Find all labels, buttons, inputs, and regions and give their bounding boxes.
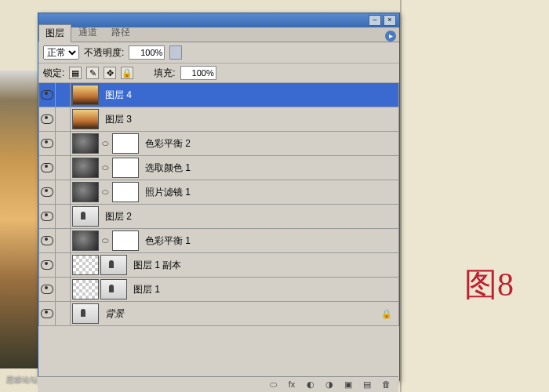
lock-position-icon[interactable]: ✥ bbox=[104, 67, 116, 79]
link-well[interactable] bbox=[56, 180, 71, 204]
visibility-toggle[interactable] bbox=[39, 180, 56, 204]
panel-menu-icon[interactable]: ▸ bbox=[385, 31, 396, 42]
visibility-toggle[interactable] bbox=[39, 302, 56, 325]
visibility-toggle[interactable] bbox=[39, 229, 56, 252]
tab-channels[interactable]: 通道 bbox=[71, 24, 104, 42]
layers-panel: – × 图层 通道 路径 ▸ 正常 不透明度: 锁定: ▦ ✎ ✥ 🔒 填充: … bbox=[38, 13, 400, 381]
opacity-spinner[interactable] bbox=[169, 45, 182, 60]
layer-name[interactable]: 背景 bbox=[100, 307, 124, 321]
layer-thumbnail[interactable] bbox=[72, 279, 99, 299]
layer-name[interactable]: 图层 1 bbox=[129, 283, 160, 296]
layer-thumbnail[interactable] bbox=[72, 133, 99, 154]
layer-thumbnail[interactable] bbox=[72, 85, 99, 105]
link-icon: ⬭ bbox=[100, 163, 111, 172]
eye-icon bbox=[41, 114, 53, 124]
group-icon[interactable]: ▣ bbox=[342, 379, 354, 390]
panel-tabs: 图层 通道 路径 ▸ bbox=[38, 27, 399, 42]
layer-list: 图层 4图层 3⬭色彩平衡 2⬭选取颜色 1⬭照片滤镜 1图层 2⬭色彩平衡 1… bbox=[38, 83, 399, 381]
adjustment-icon[interactable]: ◑ bbox=[323, 379, 336, 390]
layer-row[interactable]: 图层 4 bbox=[38, 83, 399, 107]
minimize-icon[interactable]: – bbox=[369, 15, 381, 26]
visibility-toggle[interactable] bbox=[39, 156, 56, 180]
layer-name[interactable]: 选取颜色 1 bbox=[140, 162, 191, 175]
link-well[interactable] bbox=[56, 132, 71, 155]
link-well[interactable] bbox=[56, 107, 71, 131]
fill-input[interactable] bbox=[180, 66, 216, 80]
layer-thumbnail[interactable] bbox=[100, 279, 127, 299]
eye-icon bbox=[41, 236, 53, 245]
link-icon: ⬭ bbox=[100, 139, 111, 148]
new-layer-icon[interactable]: ▤ bbox=[361, 379, 373, 390]
layer-name[interactable]: 图层 3 bbox=[100, 113, 132, 126]
link-well[interactable] bbox=[56, 205, 71, 228]
figure-label: 图8 bbox=[464, 263, 514, 307]
layer-thumbnail[interactable] bbox=[72, 158, 99, 178]
trash-icon[interactable]: 🗑 bbox=[380, 379, 392, 390]
eye-icon bbox=[41, 309, 53, 318]
layer-row[interactable]: 背景🔒 bbox=[38, 302, 399, 326]
blend-mode-select[interactable]: 正常 bbox=[43, 45, 79, 60]
lock-transparency-icon[interactable]: ▦ bbox=[69, 67, 82, 79]
visibility-toggle[interactable] bbox=[39, 253, 56, 277]
layer-row[interactable]: 图层 1 bbox=[38, 278, 399, 302]
link-well[interactable] bbox=[56, 253, 71, 277]
fx-icon[interactable]: fx bbox=[285, 379, 298, 390]
layer-name[interactable]: 图层 4 bbox=[100, 89, 132, 102]
layer-thumbnail[interactable] bbox=[72, 182, 99, 202]
link-icon: ⬭ bbox=[100, 236, 111, 245]
lock-paint-icon[interactable]: ✎ bbox=[86, 67, 99, 79]
link-icon[interactable]: ⬭ bbox=[267, 379, 279, 390]
link-icon: ⬭ bbox=[100, 187, 111, 197]
link-well[interactable] bbox=[56, 156, 71, 180]
eye-icon bbox=[41, 139, 53, 148]
eye-icon bbox=[41, 212, 53, 221]
tab-paths[interactable]: 路径 bbox=[104, 24, 137, 42]
link-well[interactable] bbox=[56, 83, 71, 107]
eye-icon bbox=[41, 260, 53, 270]
layer-thumbnail[interactable] bbox=[100, 255, 127, 275]
layer-thumbnail[interactable] bbox=[72, 206, 99, 227]
layer-thumbnail[interactable] bbox=[72, 109, 99, 129]
visibility-toggle[interactable] bbox=[39, 83, 56, 107]
tab-layers[interactable]: 图层 bbox=[38, 24, 71, 42]
layer-thumbnail[interactable] bbox=[72, 230, 99, 251]
lock-row: 锁定: ▦ ✎ ✥ 🔒 填充: bbox=[38, 64, 399, 83]
layer-row[interactable]: ⬭照片滤镜 1 bbox=[38, 180, 399, 205]
link-well[interactable] bbox=[56, 302, 71, 325]
layer-row[interactable]: 图层 2 bbox=[38, 205, 399, 229]
eye-icon bbox=[41, 285, 53, 294]
layer-row[interactable]: 图层 3 bbox=[38, 107, 399, 132]
lock-label: 锁定: bbox=[43, 67, 64, 80]
lock-all-icon[interactable]: 🔒 bbox=[121, 67, 133, 79]
layer-name[interactable]: 色彩平衡 2 bbox=[140, 137, 191, 151]
layer-name[interactable]: 图层 2 bbox=[100, 210, 132, 223]
eye-icon bbox=[41, 90, 53, 100]
layer-thumbnail[interactable] bbox=[112, 133, 139, 154]
layer-row[interactable]: ⬭选取颜色 1 bbox=[38, 156, 399, 180]
opacity-label: 不透明度: bbox=[84, 46, 124, 60]
opacity-input[interactable] bbox=[129, 45, 165, 60]
layer-thumbnail[interactable] bbox=[112, 182, 139, 202]
layer-thumbnail[interactable] bbox=[72, 255, 99, 275]
visibility-toggle[interactable] bbox=[39, 107, 56, 131]
layer-thumbnail[interactable] bbox=[112, 158, 139, 178]
lock-icon: 🔒 bbox=[381, 309, 392, 319]
layer-row[interactable]: ⬭色彩平衡 1 bbox=[38, 229, 399, 253]
visibility-toggle[interactable] bbox=[39, 205, 56, 228]
eye-icon bbox=[41, 163, 53, 172]
layer-row[interactable]: ⬭色彩平衡 2 bbox=[38, 132, 399, 156]
layer-name[interactable]: 色彩平衡 1 bbox=[140, 234, 191, 248]
fill-label: 填充: bbox=[154, 67, 175, 80]
link-well[interactable] bbox=[56, 229, 71, 252]
layer-thumbnail[interactable] bbox=[112, 230, 139, 251]
visibility-toggle[interactable] bbox=[39, 278, 56, 301]
mask-icon[interactable]: ◐ bbox=[304, 379, 317, 390]
close-icon[interactable]: × bbox=[384, 15, 396, 26]
layer-name[interactable]: 图层 1 副本 bbox=[129, 259, 181, 272]
blend-options-row: 正常 不透明度: bbox=[38, 42, 399, 64]
layer-row[interactable]: 图层 1 副本 bbox=[38, 253, 399, 278]
layer-thumbnail[interactable] bbox=[72, 303, 99, 324]
link-well[interactable] bbox=[56, 278, 71, 301]
visibility-toggle[interactable] bbox=[39, 132, 56, 155]
layer-name[interactable]: 照片滤镜 1 bbox=[140, 186, 191, 199]
